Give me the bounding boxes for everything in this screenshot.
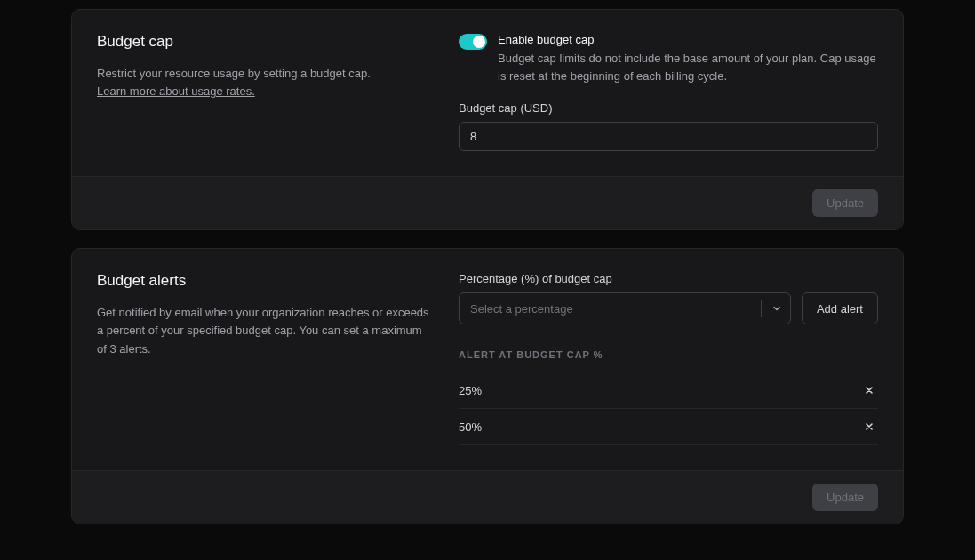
- alert-row: 25%: [459, 372, 878, 409]
- alert-list: 25%50%: [459, 372, 878, 445]
- card-body: Budget alerts Get notified by email when…: [72, 249, 903, 470]
- budget-alerts-title: Budget alerts: [97, 272, 430, 290]
- remove-alert-button[interactable]: [860, 420, 878, 434]
- enable-toggle-row: Enable budget cap Budget cap limits do n…: [459, 33, 878, 85]
- close-icon: [864, 385, 875, 396]
- alert-value: 25%: [459, 384, 482, 397]
- alert-row: 50%: [459, 409, 878, 445]
- select-divider: [761, 300, 762, 317]
- left-column: Budget cap Restrict your resource usage …: [97, 33, 430, 151]
- enable-budget-cap-toggle[interactable]: [459, 34, 487, 50]
- right-column: Enable budget cap Budget cap limits do n…: [459, 33, 878, 151]
- budget-cap-description: Restrict your resource usage by setting …: [97, 65, 430, 100]
- budget-cap-field-label: Budget cap (USD): [459, 101, 878, 115]
- description-text: Restrict your resource usage by setting …: [97, 67, 371, 80]
- close-icon: [864, 421, 875, 432]
- budget-alerts-card: Budget alerts Get notified by email when…: [71, 248, 904, 524]
- toggle-label: Enable budget cap: [498, 33, 878, 46]
- card-footer: Update: [72, 176, 903, 229]
- update-button[interactable]: Update: [812, 484, 878, 511]
- budget-cap-input[interactable]: [459, 122, 878, 151]
- toggle-content: Enable budget cap Budget cap limits do n…: [498, 33, 878, 85]
- select-placeholder: Select a percentage: [470, 302, 755, 316]
- toggle-description: Budget cap limits do not include the bas…: [498, 50, 878, 85]
- budget-cap-title: Budget cap: [97, 33, 430, 51]
- remove-alert-button[interactable]: [860, 383, 878, 397]
- chevron-down-icon: [767, 303, 787, 314]
- left-column: Budget alerts Get notified by email when…: [97, 272, 430, 445]
- alert-list-header: Alert at budget cap %: [459, 349, 878, 360]
- add-alert-button[interactable]: Add alert: [802, 292, 878, 324]
- card-footer: Update: [72, 470, 903, 524]
- percentage-select-label: Percentage (%) of budget cap: [459, 272, 878, 285]
- select-row: Select a percentage Add alert: [459, 292, 878, 324]
- budget-cap-card: Budget cap Restrict your resource usage …: [71, 9, 904, 230]
- card-body: Budget cap Restrict your resource usage …: [72, 10, 903, 176]
- update-button[interactable]: Update: [812, 189, 878, 217]
- percentage-select[interactable]: Select a percentage: [459, 292, 791, 324]
- right-column: Percentage (%) of budget cap Select a pe…: [459, 272, 878, 445]
- learn-more-link[interactable]: Learn more about usage rates.: [97, 84, 255, 98]
- alert-value: 50%: [459, 420, 482, 434]
- budget-alerts-description: Get notified by email when your organiza…: [97, 304, 430, 357]
